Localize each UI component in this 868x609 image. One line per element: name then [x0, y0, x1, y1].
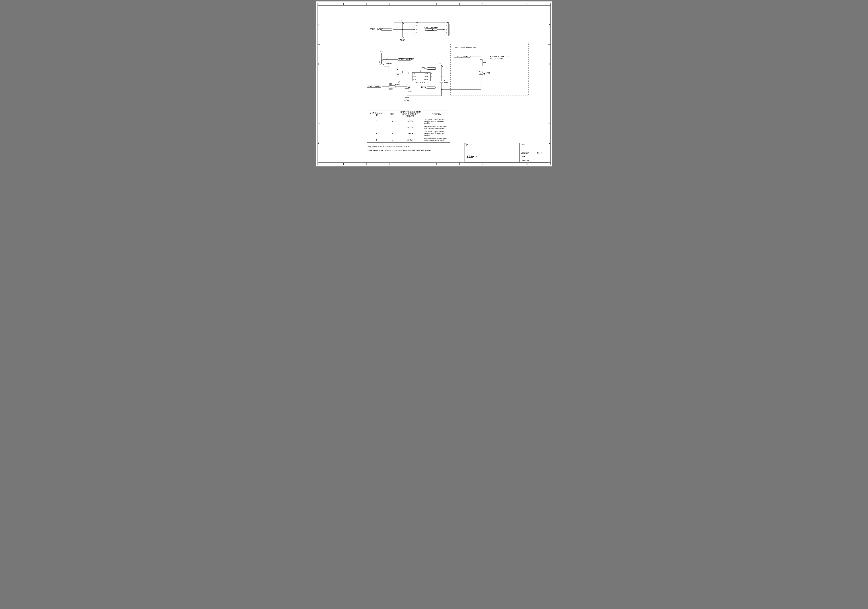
val-c2: 20pF [408, 91, 412, 93]
u1-pin1: QC [413, 73, 415, 74]
ruler-row-br: B [549, 63, 550, 65]
example-title: Output connection example [454, 46, 476, 48]
ruler-row-ar: A [549, 24, 550, 26]
val-c1: 100nF [443, 82, 448, 84]
hdr-ahlb: AHLB (Pcb label: HL) [367, 110, 386, 118]
net-touch-output-q1: TOUCH_OUTPUT [399, 58, 414, 60]
svg-point-43 [444, 26, 445, 26]
ref-led1: LED1 [485, 72, 490, 74]
svg-point-33 [414, 29, 414, 30]
ref-u2: U2 [415, 22, 418, 24]
u1-pin3n: 3 [411, 78, 411, 80]
ruler-col-2: 2 [389, 3, 391, 5]
schematic-sheet: line, rect, path, polyline, polygon, cir… [316, 2, 552, 166]
ruler-row-dr: D [549, 142, 550, 144]
ref-u1: U1 [419, 70, 421, 72]
ruler-col-4b: 4 [482, 163, 484, 165]
mode-table: AHLB (Pcb label: HL) TOG INITIAL TOUCH O… [367, 110, 450, 143]
ref-q1: Q1 [386, 58, 388, 60]
cell-ahlb: 1 [367, 137, 386, 143]
u1-pin2: VSS [413, 76, 416, 77]
tb-drawn-label: Drawn By: [521, 160, 529, 161]
ref-r1: R1 [397, 68, 400, 71]
ruler-col-3: 3 [436, 3, 437, 5]
ruler-col-1b: 1 [343, 163, 344, 165]
svg-rect-101 [450, 43, 529, 96]
hdr-tog: TOG [386, 110, 398, 118]
ref-r3: R3 [483, 59, 485, 61]
u1-pin4n: 4 [431, 78, 432, 80]
ref-c2: C2 [408, 86, 410, 88]
hdr-status: INITIAL TOUCH OUTPUT STATUS WITHOUT TRIG… [398, 110, 423, 118]
u3-pin3: 3 [446, 32, 447, 34]
net-agnd-main: AGND [405, 100, 409, 102]
ruler-row-cr: C [549, 102, 550, 105]
svg-point-115 [441, 89, 442, 90]
cell-status: 1/HIGH [398, 137, 423, 143]
net-vcc-u1: VCC [440, 63, 443, 65]
ruler-col-5: 5 [527, 3, 528, 5]
u2-pin2: 2 [416, 28, 417, 30]
hdr-func: FUNCTION [423, 110, 450, 118]
ref-r2: R2 [389, 83, 392, 85]
ref-c1: C1 [443, 79, 445, 81]
cell-func: toggle switch,1st touch output is low,2n… [423, 137, 450, 143]
svg-point-31 [402, 29, 403, 30]
net-touch-input-top: TOUCH_INPUT [370, 28, 383, 30]
val-r1: 1kΩ [397, 74, 400, 76]
svg-marker-106 [479, 71, 483, 74]
svg-point-48 [380, 59, 385, 65]
eda-logo-text: 嘉立创EDA [467, 155, 477, 158]
cell-ahlb: 0 [367, 125, 386, 130]
net-touch-output-top: TOUCH_OUTPUT [424, 26, 439, 28]
svg-point-34 [414, 33, 414, 34]
net-touch-input-main: TOUCH_INPUT [368, 85, 381, 87]
mode-table-el: AHLB (Pcb label: HL) TOG INITIAL TOUCH O… [367, 110, 450, 143]
net-tog: TOG [422, 67, 426, 69]
ruler-col-1: 1 [343, 3, 344, 5]
cell-func: Tact switch.Output high with touching, O… [423, 118, 450, 125]
svg-line-50 [381, 59, 384, 61]
svg-rect-76 [389, 85, 395, 88]
val-r3: 200R [483, 61, 487, 63]
note-2: If HL/TOG pad is not connected to any th… [367, 149, 431, 151]
table-row: 0 0 0/LOW Tact switch.Output high with t… [367, 118, 450, 125]
ruler-row-b: B [318, 63, 319, 65]
u1-pin4: AHLB [424, 79, 428, 80]
cell-status: 0/LOW [398, 125, 423, 130]
u2-pin1: 1 [416, 25, 417, 26]
net-touch-output-ex: TOUCH_OUTPUT [455, 56, 470, 57]
tb-company-label: Company: [521, 152, 529, 154]
u3-pin2: 2 [446, 28, 447, 30]
u2-pin3: 3 [416, 32, 417, 34]
ruler-col-2b: 2 [389, 163, 391, 165]
ruler-row-a: A [318, 24, 319, 26]
table-row: AHLB (Pcb label: HL) TOG INITIAL TOUCH O… [367, 110, 450, 118]
cell-ahlb: 0 [367, 118, 386, 125]
ref-u3: U3 [446, 22, 448, 24]
ruler-row-d: D [318, 142, 319, 144]
cell-status: 0/LOW [398, 118, 423, 125]
tb-rev-label: REV: [521, 144, 525, 146]
table-row: 0 1 0/LOW toggle switch,1st touch output… [367, 125, 450, 130]
svg-point-32 [414, 26, 414, 26]
cell-tog: 1 [386, 137, 398, 143]
net-vcc-top: VCC [401, 20, 405, 22]
ruler-row-c: C [318, 102, 319, 105]
ruler-col-3b: 3 [436, 163, 437, 165]
u1-pin1n: 1 [411, 73, 411, 74]
top-header [381, 22, 450, 39]
table-row: 1 0 1/HIGH Tact switch.Output Low with t… [367, 130, 450, 137]
u1-pin5n: 5 [431, 76, 432, 77]
svg-point-45 [444, 33, 445, 34]
svg-point-44 [444, 29, 445, 30]
svg-point-95 [441, 76, 442, 77]
u3-pin1: 1 [446, 25, 447, 26]
svg-point-72 [397, 76, 398, 77]
table-row: 1 1 1/HIGH toggle switch,1st touch outpu… [367, 137, 450, 143]
cell-func: toggle switch,1st touch output is high,2… [423, 125, 450, 130]
val-r2: 2kΩ [389, 88, 393, 90]
u1-pin6: TOG [425, 73, 428, 74]
u1-pin2n: 2 [411, 76, 411, 77]
svg-line-109 [483, 72, 485, 74]
